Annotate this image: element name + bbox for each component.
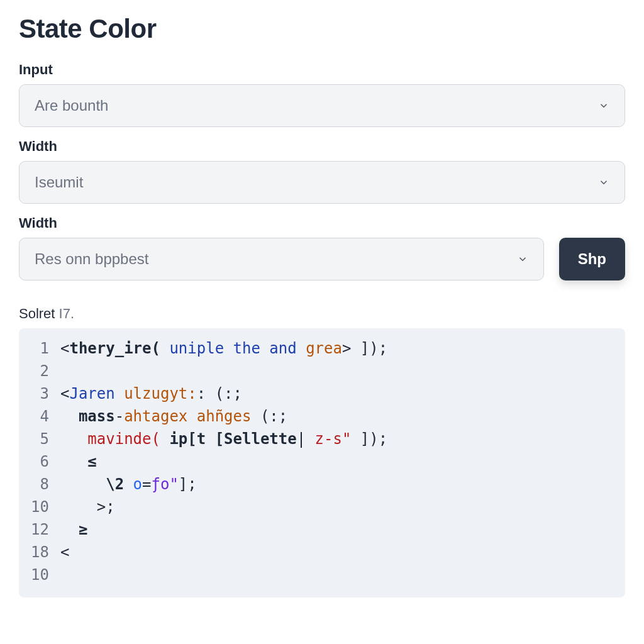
code-content: <Jaren ulzugyt:: (:; [60, 382, 242, 405]
input-label: Input [19, 62, 625, 78]
code-content: ≤ [60, 450, 97, 473]
code-line: 10 >; [30, 496, 614, 518]
width2-select-value: Res onn bppbest [35, 250, 148, 268]
code-block: 1<thery_ire( uniple the and grea> ]);23<… [19, 328, 625, 597]
code-line: 6 ≤ [30, 450, 614, 473]
code-line: 10 [30, 564, 614, 586]
page-title: State Color [19, 14, 625, 44]
code-line: 18< [30, 541, 614, 564]
line-number: 18 [30, 541, 60, 564]
code-line: 1<thery_ire( uniple the and grea> ]); [30, 337, 614, 360]
code-line: 12 ≥ [30, 518, 614, 541]
input-select[interactable]: Are bounth [19, 84, 625, 127]
caption-prefix: Solret [19, 306, 59, 321]
line-number: 3 [30, 382, 60, 405]
width1-select-value: Iseumit [35, 174, 83, 191]
width1-select[interactable]: Iseumit [19, 161, 625, 204]
width1-label: Width [19, 138, 625, 155]
code-line: 3<Jaren ulzugyt:: (:; [30, 382, 614, 405]
code-content: < [60, 541, 69, 564]
code-content: mass-ahtagex ahñges (:; [60, 405, 287, 428]
code-content: >; [60, 496, 115, 518]
line-number: 5 [30, 428, 60, 450]
code-content: <thery_ire( uniple the and grea> ]); [60, 337, 387, 360]
caption-suffix: I7. [59, 306, 74, 321]
line-number: 6 [30, 450, 60, 473]
input-select-value: Are bounth [35, 97, 108, 114]
code-caption: Solret I7. [19, 306, 625, 322]
chevron-down-icon [517, 253, 528, 265]
width2-label: Width [19, 215, 625, 231]
code-line: 4 mass-ahtagex ahñges (:; [30, 405, 614, 428]
chevron-down-icon [598, 100, 609, 111]
code-content: \2 o=ƒo"]; [60, 473, 197, 496]
line-number: 8 [30, 473, 60, 496]
code-line: 5 mavinde( ip[t [Sellette| z-s" ]); [30, 428, 614, 450]
code-line: 2 [30, 360, 614, 382]
chevron-down-icon [598, 177, 609, 188]
line-number: 12 [30, 518, 60, 541]
code-line: 8 \2 o=ƒo"]; [30, 473, 614, 496]
line-number: 10 [30, 496, 60, 518]
shp-button[interactable]: Shp [559, 238, 625, 280]
width2-select[interactable]: Res onn bppbest [19, 238, 544, 280]
code-content: ≥ [60, 518, 87, 541]
line-number: 1 [30, 337, 60, 360]
code-content: mavinde( ip[t [Sellette| z-s" ]); [60, 428, 387, 450]
line-number: 10 [30, 564, 60, 586]
line-number: 4 [30, 405, 60, 428]
line-number: 2 [30, 360, 60, 382]
